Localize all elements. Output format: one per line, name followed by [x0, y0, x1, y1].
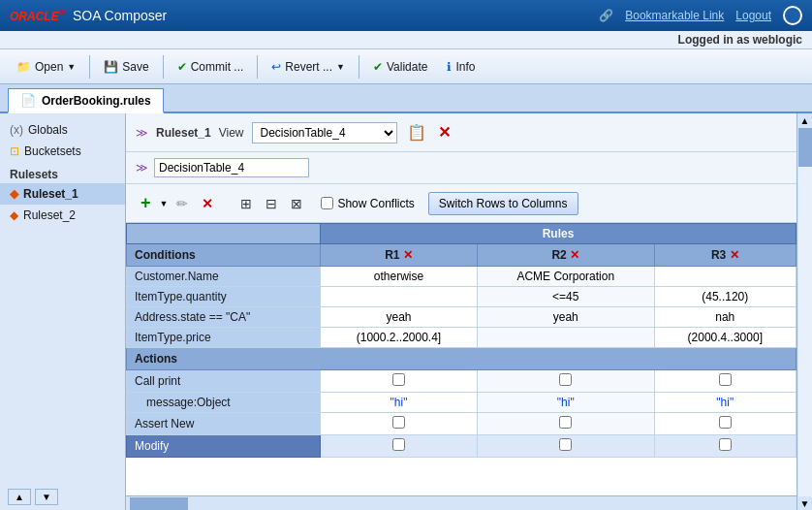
action-r2-message[interactable]: "hi"	[477, 393, 654, 413]
empty-header	[127, 224, 321, 244]
col-delete-button[interactable]: ⊟	[261, 193, 282, 214]
r1-modify-check[interactable]	[392, 438, 405, 451]
edit-row-button[interactable]: ✏	[172, 193, 193, 214]
action-label-call-print: Call print	[127, 370, 321, 393]
bookmarkable-link[interactable]: Bookmarkable Link	[625, 9, 724, 22]
top-bar: ORACLE® SOA Composer 🔗 Bookmarkable Link…	[0, 0, 812, 31]
bottom-scrollbar[interactable]	[126, 495, 796, 510]
r3-modify-check[interactable]	[719, 438, 732, 451]
r3-message-link[interactable]: "hi"	[716, 396, 734, 409]
user-avatar	[783, 6, 802, 25]
action-r2-modify[interactable]	[477, 435, 654, 458]
save-icon: 💾	[104, 60, 118, 74]
r2-delete-icon[interactable]: ✕	[570, 248, 579, 262]
action-r1-call-print[interactable]	[321, 370, 478, 393]
ruleset1-label: Ruleset_1	[23, 187, 78, 201]
action-r3-message[interactable]: "hi"	[654, 393, 796, 413]
r1-call-print-check[interactable]	[392, 373, 405, 386]
validate-icon: ✔	[373, 60, 383, 74]
conditions-header: Conditions	[127, 244, 321, 267]
switch-rows-cols-button[interactable]: Switch Rows to Columns	[428, 192, 578, 215]
dt-wrapper[interactable]: Rules Conditions R1 ✕ R2 ✕ R3 ✕	[126, 223, 796, 495]
r2-modify-check[interactable]	[559, 438, 572, 451]
cond-r2-1[interactable]: <=45	[477, 287, 654, 307]
cond-r3-3[interactable]: (2000.4..3000]	[654, 328, 796, 348]
sidebar-item-ruleset1[interactable]: ◆ Ruleset_1	[0, 183, 125, 205]
logout-link[interactable]: Logout	[735, 9, 771, 22]
right-scrollbar[interactable]: ▲ ▼	[796, 113, 812, 510]
sidebar-item-globals[interactable]: (x) Globals	[0, 119, 125, 141]
r3-call-print-check[interactable]	[719, 373, 732, 386]
cond-r3-1[interactable]: (45..120)	[654, 287, 796, 307]
ruleset-arrow: ≫	[136, 126, 148, 140]
action-r3-call-print[interactable]	[654, 370, 796, 393]
col-r1-header: R1 ✕	[321, 244, 478, 267]
cond-r2-3[interactable]	[477, 328, 654, 348]
add-row-button[interactable]: +	[136, 190, 156, 216]
info-button[interactable]: ℹ Info	[438, 56, 484, 78]
col-extra-button[interactable]: ⊠	[286, 193, 307, 214]
cond-r1-0[interactable]: otherwise	[321, 267, 478, 287]
tab-bar: 📄 OrderBooking.rules	[0, 84, 812, 113]
bucketsets-icon: ⊡	[10, 144, 19, 158]
info-icon: ℹ	[447, 60, 452, 74]
sidebar-item-ruleset2[interactable]: ◆ Ruleset_2	[0, 205, 125, 226]
nav-up-button[interactable]: ▲	[8, 489, 31, 505]
action-r1-message[interactable]: "hi"	[321, 393, 478, 413]
open-button[interactable]: 📁 Open ▼	[8, 56, 84, 78]
col-insert-button[interactable]: ⊞	[235, 193, 257, 214]
revert-icon: ↩	[271, 60, 281, 74]
r1-delete-icon[interactable]: ✕	[403, 248, 413, 262]
delete-row-button[interactable]: ✕	[197, 193, 218, 214]
sidebar-item-bucketsets[interactable]: ⊡ Bucketsets	[0, 141, 125, 162]
tab-orderbooking[interactable]: 📄 OrderBooking.rules	[8, 88, 164, 113]
cond-r2-0[interactable]: ACME Corporation	[477, 267, 654, 287]
nav-down-button[interactable]: ▼	[35, 489, 58, 505]
cond-r1-3[interactable]: (1000.2..2000.4]	[321, 328, 478, 348]
action-r2-call-print[interactable]	[477, 370, 654, 393]
divider-2	[163, 55, 164, 79]
action-r1-assert[interactable]	[321, 413, 478, 435]
r1-message-link[interactable]: "hi"	[390, 396, 408, 409]
tab-label: OrderBooking.rules	[42, 94, 151, 108]
scroll-down-arrow[interactable]: ▼	[798, 496, 812, 510]
action-r2-assert[interactable]	[477, 413, 654, 435]
cond-r3-0[interactable]	[654, 267, 796, 287]
cond-r1-2[interactable]: yeah	[321, 307, 478, 328]
action-r1-modify[interactable]	[321, 435, 478, 458]
condition-row-2: Address.state == "CA" yeah yeah nah	[127, 307, 796, 328]
ruleset-header: ≫ Ruleset_1 View DecisionTable_4 📋 ✕	[126, 113, 796, 152]
commit-label: Commit ...	[191, 60, 244, 74]
validate-button[interactable]: ✔ Validate	[364, 56, 436, 78]
cond-label-0: Customer.Name	[127, 267, 321, 287]
r2-assert-check[interactable]	[559, 416, 572, 429]
r3-delete-icon[interactable]: ✕	[730, 248, 739, 262]
dt-arrow: ≫	[136, 161, 148, 175]
globals-label: Globals	[28, 123, 68, 137]
ruleset1-icon: ◆	[10, 187, 18, 201]
r2-message-link[interactable]: "hi"	[557, 396, 575, 409]
show-conflicts-checkbox[interactable]	[321, 197, 333, 209]
ruleset2-icon: ◆	[10, 208, 18, 222]
r2-call-print-check[interactable]	[559, 373, 572, 386]
save-button[interactable]: 💾 Save	[95, 56, 157, 78]
scroll-up-arrow[interactable]: ▲	[798, 113, 812, 128]
dt-name-input[interactable]	[154, 158, 309, 177]
cond-label-3: ItemType.price	[127, 328, 321, 348]
cond-r1-1[interactable]	[321, 287, 478, 307]
r3-assert-check[interactable]	[719, 416, 732, 429]
divider-1	[89, 55, 90, 79]
top-bar-right: 🔗 Bookmarkable Link Logout	[599, 6, 802, 25]
add-dropdown-icon: ▼	[160, 199, 169, 208]
cond-r3-2[interactable]: nah	[654, 307, 796, 328]
r1-assert-check[interactable]	[392, 416, 405, 429]
cond-r2-2[interactable]: yeah	[477, 307, 654, 328]
revert-button[interactable]: ↩ Revert ... ▼	[263, 56, 354, 78]
commit-button[interactable]: ✔ Commit ...	[169, 56, 253, 78]
action-r3-assert[interactable]	[654, 413, 796, 435]
view-edit-button[interactable]: 📋	[405, 121, 428, 143]
folder-icon: 📁	[16, 60, 31, 74]
action-r3-modify[interactable]	[654, 435, 796, 458]
view-delete-button[interactable]: ✕	[436, 121, 453, 143]
view-select[interactable]: DecisionTable_4	[252, 122, 397, 143]
